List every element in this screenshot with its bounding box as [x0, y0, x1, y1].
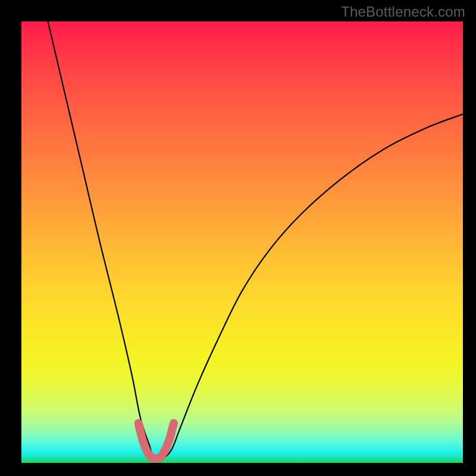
- plot-area: [21, 21, 463, 463]
- bottleneck-curve: [48, 21, 463, 460]
- curve-layer: [21, 21, 463, 463]
- chart-frame: TheBottleneck.com: [0, 0, 476, 476]
- watermark-text: TheBottleneck.com: [341, 4, 465, 20]
